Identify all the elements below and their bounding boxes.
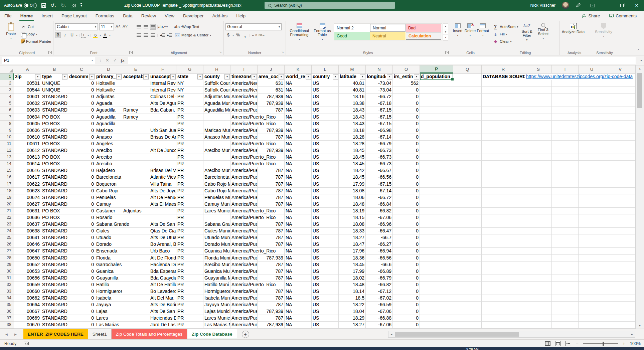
grid-cell[interactable]: 18.42 [339, 167, 366, 174]
grid-cell[interactable]: 18.14 [339, 288, 366, 295]
grid-cell[interactable]: 0 [393, 302, 420, 308]
grid-cell[interactable]: Alts De Utua [149, 234, 176, 241]
grid-cell[interactable]: -66.73 [366, 154, 393, 161]
grid-cell[interactable] [525, 275, 552, 282]
grid-cell[interactable]: 787,939 [258, 322, 285, 328]
filter-icon[interactable]: ▾ [224, 74, 230, 79]
grid-cell[interactable]: 18.28 [339, 134, 366, 141]
sheet-tab-enter-zip-codes[interactable]: ENTER ZIP CODES HERE [23, 329, 88, 340]
grid-cell[interactable] [579, 288, 605, 295]
zoom-slider[interactable] [583, 343, 618, 344]
grid-cell[interactable]: Suffolk Coun [203, 80, 230, 87]
grid-cell[interactable]: Guayanilla M [203, 275, 230, 282]
grid-cell[interactable]: 18.45 [339, 147, 366, 154]
grid-cell[interactable] [552, 295, 579, 302]
grid-cell[interactable]: Cabo Rojo [95, 188, 122, 194]
grid-cell[interactable] [552, 315, 579, 322]
grid-cell[interactable] [420, 322, 453, 328]
grid-cell[interactable] [579, 214, 605, 221]
grid-cell[interactable]: 00606 [14, 127, 41, 134]
grid-cell[interactable]: 00659 [14, 282, 41, 288]
grid-cell[interactable] [525, 234, 552, 241]
grid-cell[interactable] [420, 167, 453, 174]
expand-formula-bar-icon[interactable]: ▾ [640, 58, 642, 62]
grid-cell[interactable] [552, 161, 579, 167]
grid-cell[interactable] [453, 288, 482, 295]
grid-cell[interactable]: 0 [68, 201, 95, 208]
grid-cell[interactable]: 17.96 [339, 248, 366, 254]
grid-cell[interactable]: Las Marias M [203, 322, 230, 328]
grid-cell[interactable]: US [312, 221, 339, 228]
grid-cell[interactable] [605, 127, 635, 134]
row-header-14[interactable]: 14 [0, 161, 14, 167]
grid-cell[interactable] [203, 214, 230, 221]
grid-cell[interactable] [122, 188, 149, 194]
column-header-B[interactable]: B [41, 65, 68, 73]
grid-cell[interactable] [482, 255, 525, 261]
grid-cell[interactable] [482, 261, 525, 268]
grid-cell[interactable]: STANDARD [41, 295, 68, 302]
grid-cell[interactable]: NA [285, 194, 312, 201]
grid-cell[interactable]: STANDARD [41, 228, 68, 234]
grid-cell[interactable] [482, 194, 525, 201]
grid-cell[interactable] [579, 234, 605, 241]
grid-cell[interactable]: Florida [95, 255, 122, 261]
grid-cell[interactable]: America/Puerto_Rico [230, 114, 258, 121]
grid-cell[interactable]: 18.04 [339, 308, 366, 315]
grid-cell[interactable]: NA [285, 234, 312, 241]
grid-cell[interactable]: 0 [68, 208, 95, 214]
grid-cell[interactable] [453, 134, 482, 141]
tab-developer[interactable]: Developer [179, 11, 208, 21]
grid-cell[interactable] [203, 154, 230, 161]
save-icon[interactable] [41, 3, 46, 8]
grid-cell[interactable]: 0 [68, 241, 95, 248]
grid-cell[interactable]: Alts El Maest [149, 201, 176, 208]
grid-cell[interactable]: Adjuntas Mu [203, 94, 230, 100]
grid-cell[interactable] [453, 248, 482, 254]
column-header-C[interactable]: C [68, 65, 95, 73]
grid-cell[interactable]: 00623 [14, 188, 41, 194]
grid-cell[interactable] [525, 308, 552, 315]
grid-cell[interactable]: Arecibo [95, 154, 122, 161]
grid-cell[interactable]: NA [285, 174, 312, 181]
grid-cell[interactable]: Jayuya Muni [203, 302, 230, 308]
grid-cell[interactable]: 00636 [14, 214, 41, 221]
grid-cell[interactable]: Qtas De Ciale [149, 228, 176, 234]
row-header-38[interactable]: 38 [0, 322, 14, 328]
grid-cell[interactable]: PR [176, 248, 203, 254]
grid-cell[interactable]: 18.29 [339, 315, 366, 322]
grid-cell[interactable] [579, 87, 605, 94]
grid-cell[interactable] [482, 208, 525, 214]
grid-cell[interactable] [420, 121, 453, 127]
grid-cell[interactable]: 787 [258, 295, 285, 302]
grid-cell[interactable]: Hatillo Muni [203, 282, 230, 288]
grid-cell[interactable] [579, 114, 605, 121]
grid-cell[interactable]: 0 [68, 94, 95, 100]
minimize-button[interactable]: – [600, 0, 615, 11]
grid-cell[interactable] [482, 268, 525, 275]
grid-cell[interactable]: US [312, 121, 339, 127]
insert-function-icon[interactable]: fx [121, 58, 125, 63]
grid-cell[interactable]: 0 [393, 141, 420, 147]
grid-cell[interactable] [453, 174, 482, 181]
grid-cell[interactable] [482, 174, 525, 181]
grid-cell[interactable] [482, 234, 525, 241]
ink-pen-icon[interactable] [571, 0, 585, 11]
grid-cell[interactable]: 0 [393, 248, 420, 254]
grid-cell[interactable] [525, 114, 552, 121]
decrease-indent-icon[interactable]: ◂ [159, 32, 165, 38]
grid-cell[interactable] [482, 295, 525, 302]
grid-cell[interactable]: 0 [393, 282, 420, 288]
decrease-decimal-icon[interactable]: .00→ [259, 32, 264, 38]
grid-cell[interactable] [605, 121, 635, 127]
grid-cell[interactable] [420, 154, 453, 161]
grid-cell[interactable]: 18.02 [339, 275, 366, 282]
formula-input[interactable] [128, 57, 636, 64]
grid-cell[interactable] [579, 241, 605, 248]
grid-cell[interactable]: -66.82 [366, 282, 393, 288]
grid-cell[interactable] [605, 228, 635, 234]
grid-cell[interactable]: -66.79 [366, 275, 393, 282]
grid-cell[interactable]: -66.88 [366, 315, 393, 322]
grid-cell[interactable]: NA [285, 134, 312, 141]
style-bad[interactable]: Bad [406, 24, 441, 32]
